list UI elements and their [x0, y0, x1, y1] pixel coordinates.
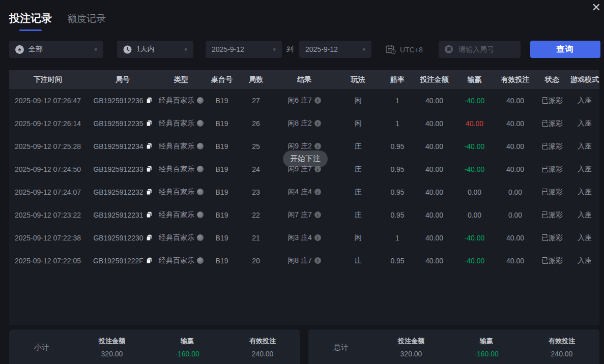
round-id-text: GB1925912230: [93, 234, 143, 242]
replay-icon[interactable]: [197, 143, 204, 149]
replay-icon[interactable]: [197, 234, 204, 241]
cell-odds: 0.95: [379, 203, 416, 226]
info-icon[interactable]: i: [314, 143, 321, 149]
cell-round-no: 24: [240, 158, 272, 180]
cell-bet-amount: 40.00: [416, 112, 453, 135]
cell-bet-amount: 40.00: [416, 158, 453, 180]
table-body: 2025-09-12 07:26:47 GB1925912236 经典百家乐 B…: [9, 89, 599, 272]
game-type-text: 经典百家乐: [159, 233, 194, 242]
copy-icon[interactable]: [146, 234, 152, 241]
table-row: 2025-09-12 07:26:14 GB1925912235 经典百家乐 B…: [9, 112, 599, 135]
cell-table-no: B19: [204, 89, 240, 112]
date-from-value: 2025-9-12: [212, 45, 244, 53]
round-id-text: GB1925912235: [93, 119, 143, 128]
time-range-select[interactable]: 1天内 ▾: [117, 41, 193, 58]
replay-icon[interactable]: [197, 120, 204, 127]
column-header-6: 玩法: [337, 75, 379, 84]
cell-bet-time: 2025-09-12 07:24:50: [9, 158, 87, 180]
cell-round-no: 25: [240, 135, 272, 158]
cell-winloss: 0.00: [453, 180, 496, 203]
cell-status: 已派彩: [534, 89, 570, 112]
column-header-7: 赔率: [379, 75, 416, 84]
cell-status: 已派彩: [534, 203, 570, 226]
cell-status: 已派彩: [534, 135, 570, 158]
tab-quota-records[interactable]: 额度记录: [67, 12, 106, 25]
close-icon[interactable]: ✕: [592, 2, 601, 13]
cell-round-no: 26: [240, 112, 272, 135]
subtotal-winloss-value: -160.00: [150, 350, 225, 358]
date-from-picker[interactable]: 2025-9-12 ▾: [206, 41, 282, 58]
replay-icon[interactable]: [197, 97, 204, 104]
cell-bet-time: 2025-09-12 07:26:14: [9, 112, 87, 135]
total-valid: 有效投注 240.00: [524, 329, 599, 364]
cell-status: 已派彩: [534, 158, 570, 180]
info-icon[interactable]: i: [314, 211, 321, 218]
info-icon[interactable]: i: [314, 97, 321, 104]
info-icon[interactable]: i: [314, 120, 321, 127]
cell-game-mode: 入座: [570, 112, 599, 135]
game-type-select[interactable]: ♠ 全部 ▾: [9, 41, 103, 58]
result-text: 闲8 庄7: [287, 256, 311, 265]
date-to-picker[interactable]: 2025-9-12 ▾: [299, 41, 371, 58]
cell-valid-bet: 40.00: [496, 135, 534, 158]
round-id-text: GB1925912236: [93, 97, 143, 105]
column-header-12: 游戏模式: [570, 75, 599, 84]
replay-icon[interactable]: [197, 189, 204, 195]
replay-icon[interactable]: [197, 166, 204, 172]
replay-icon[interactable]: [197, 257, 204, 264]
info-icon[interactable]: i: [314, 257, 321, 264]
copy-icon[interactable]: [146, 120, 152, 127]
game-type-text: 经典百家乐: [159, 256, 194, 265]
copy-icon[interactable]: [146, 166, 152, 172]
cell-round-no: 22: [240, 203, 272, 226]
cell-play: 庄: [337, 203, 379, 226]
cell-table-no: B19: [204, 112, 240, 135]
copy-icon[interactable]: [146, 143, 152, 149]
cell-valid-bet: 40.00: [496, 112, 534, 135]
cell-valid-bet: 40.00: [496, 89, 534, 112]
cell-round-id: GB1925912233: [87, 158, 159, 180]
copy-icon[interactable]: [146, 97, 152, 104]
cell-round-id: GB1925912230: [87, 226, 159, 249]
copy-icon[interactable]: [146, 211, 152, 218]
replay-icon[interactable]: [197, 211, 204, 218]
total-winloss-label: 输赢: [449, 337, 524, 346]
total-bet-label: 投注金额: [373, 337, 449, 346]
column-header-4: 局数: [240, 75, 272, 84]
round-search-input[interactable]: [457, 45, 515, 54]
query-button[interactable]: 查询: [530, 41, 600, 58]
column-header-1: 局号: [87, 75, 159, 84]
cell-status: 已派彩: [534, 226, 570, 249]
cell-game-mode: 入座: [570, 203, 599, 226]
cell-table-no: B19: [204, 203, 240, 226]
game-type-text: 经典百家乐: [159, 210, 194, 220]
copy-icon[interactable]: [146, 189, 152, 195]
tab-betting-records[interactable]: 投注记录: [9, 11, 52, 25]
column-header-8: 投注金额: [416, 75, 453, 84]
column-header-0: 下注时间: [9, 75, 87, 84]
info-icon[interactable]: i: [314, 234, 321, 241]
subtotal-valid-label: 有效投注: [225, 337, 300, 346]
total-valid-value: 240.00: [524, 350, 599, 358]
cell-round-no: 23: [240, 180, 272, 203]
tab-betting-records-label: 投注记录: [9, 12, 52, 24]
column-header-2: 类型: [159, 75, 204, 84]
total-valid-label: 有效投注: [524, 337, 599, 346]
betting-open-toast: 开始下注: [283, 150, 328, 167]
cell-status: 已派彩: [534, 112, 570, 135]
cell-winloss: -40.00: [453, 158, 496, 180]
cell-game-mode: 入座: [570, 226, 599, 249]
cell-result: 闲8 庄7 i: [272, 249, 337, 272]
result-text: 闲7 庄7: [287, 210, 311, 220]
timezone-indicator: UTC+8: [386, 45, 423, 54]
info-icon[interactable]: i: [314, 189, 321, 195]
copy-icon[interactable]: [146, 257, 152, 264]
time-range-value: 1天内: [136, 45, 155, 54]
cell-play: 庄: [337, 158, 379, 180]
cell-bet-time: 2025-09-12 07:22:05: [9, 249, 87, 272]
cell-game-mode: 入座: [570, 158, 599, 180]
column-header-9: 输赢: [453, 75, 496, 84]
subtotal-winloss: 输赢 -160.00: [150, 329, 225, 364]
active-tab-underline: [19, 29, 42, 31]
cell-winloss: -40.00: [453, 249, 496, 272]
